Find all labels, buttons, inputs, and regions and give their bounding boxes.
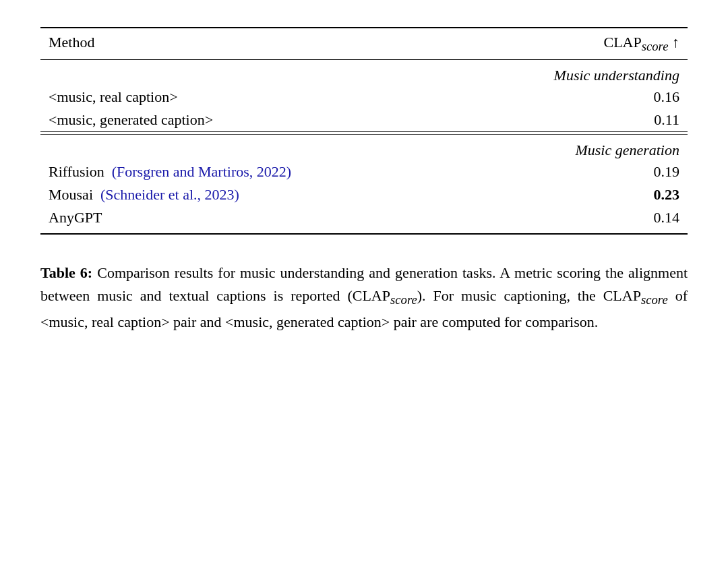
citation-link: (Forsgren and Martiros, 2022)	[112, 163, 291, 180]
section-label-music-generation: Music generation	[40, 135, 688, 161]
table-row: AnyGPT 0.14	[40, 206, 688, 234]
comparison-table: Method CLAPscore ↑ Music understanding <…	[40, 27, 688, 235]
clap-score-header: CLAPscore ↑	[518, 28, 688, 60]
method-cell: Mousai (Schneider et al., 2023)	[40, 183, 518, 206]
section-label-music-understanding: Music understanding	[40, 60, 688, 86]
method-cell: <music, generated caption>	[40, 109, 518, 132]
table-row: Riffusion (Forsgren and Martiros, 2022) …	[40, 160, 688, 183]
table-row: <music, real caption> 0.16	[40, 86, 688, 109]
section-label-text: Music generation	[40, 135, 688, 161]
method-cell: Riffusion (Forsgren and Martiros, 2022)	[40, 160, 518, 183]
citation-link: (Schneider et al., 2023)	[100, 186, 239, 203]
arrow-up-icon: ↑	[672, 34, 679, 51]
caption-label: Table 6:	[40, 264, 92, 281]
caption-text-2: ). For music captioning, the CLAP	[417, 287, 641, 304]
score-cell: 0.14	[518, 206, 688, 234]
section-label-text: Music understanding	[40, 60, 688, 86]
page-container: Method CLAPscore ↑ Music understanding <…	[40, 27, 688, 334]
score-cell: 0.11	[518, 109, 688, 132]
table-row: Mousai (Schneider et al., 2023) 0.23	[40, 183, 688, 206]
score-cell: 0.16	[518, 86, 688, 109]
table-header-row: Method CLAPscore ↑	[40, 28, 688, 60]
table-row: <music, generated caption> 0.11	[40, 109, 688, 132]
clap-prefix: CLAP	[603, 34, 641, 51]
caption-subscript-1: score	[390, 293, 417, 307]
caption-subscript-2: score	[641, 293, 668, 307]
method-cell: AnyGPT	[40, 206, 518, 234]
method-cell: <music, real caption>	[40, 86, 518, 109]
score-cell: 0.19	[518, 160, 688, 183]
score-cell: 0.23	[518, 183, 688, 206]
clap-subscript: score	[642, 39, 669, 53]
table-caption: Table 6: Comparison results for music un…	[40, 262, 688, 334]
method-header: Method	[40, 28, 518, 60]
